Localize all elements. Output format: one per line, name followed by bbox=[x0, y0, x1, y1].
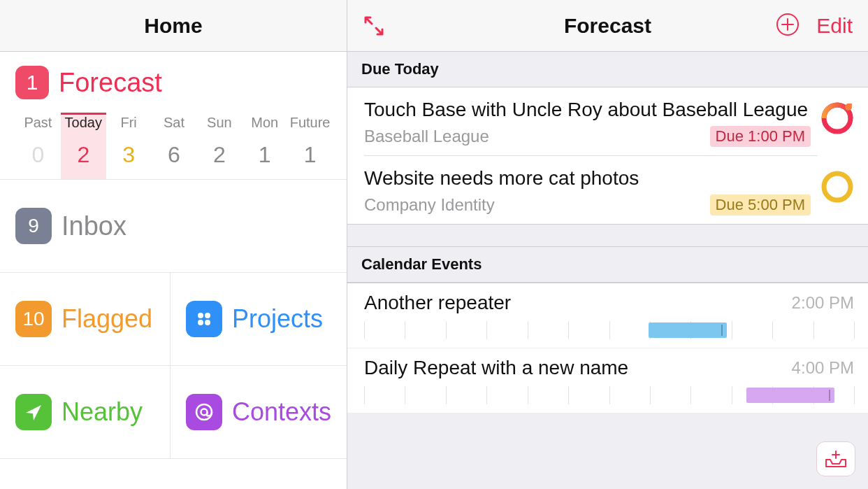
svg-rect-9 bbox=[847, 104, 852, 106]
event-time: 2:00 PM bbox=[792, 293, 854, 313]
day-label: Sun bbox=[196, 115, 242, 131]
sidebar-tile-grid: 10FlaggedProjectsNearbyContexts bbox=[0, 273, 347, 459]
svg-point-10 bbox=[824, 173, 851, 200]
sidebar-item-flagged[interactable]: 10Flagged bbox=[0, 273, 170, 366]
day-label: Future bbox=[287, 115, 333, 131]
expand-icon bbox=[363, 15, 385, 37]
event-timeline bbox=[364, 386, 854, 404]
sidebar-item-projects[interactable]: Projects bbox=[170, 273, 347, 366]
sidebar-pane: Home 1 Forecast Past0Today2Fri3Sat6Sun2M… bbox=[0, 0, 347, 489]
forecast-day-future[interactable]: Future1 bbox=[287, 115, 333, 179]
inbox-label: Inbox bbox=[62, 211, 126, 241]
day-label: Mon bbox=[242, 115, 287, 131]
projects-icon bbox=[194, 309, 215, 329]
contexts-icon bbox=[194, 402, 215, 423]
sidebar-item-inbox[interactable]: 9 Inbox bbox=[0, 180, 347, 273]
svg-point-2 bbox=[198, 320, 203, 325]
task-due-badge: Due 5:00 PM bbox=[710, 194, 811, 215]
day-count: 6 bbox=[152, 142, 197, 168]
sidebar-item-forecast[interactable]: 1 Forecast bbox=[15, 66, 333, 99]
task-row[interactable]: Website needs more cat photosCompany Ide… bbox=[347, 156, 868, 224]
forecast-label: Forecast bbox=[59, 68, 162, 98]
event-block[interactable] bbox=[746, 388, 834, 403]
event-timeline bbox=[364, 321, 854, 339]
plus-circle-icon bbox=[776, 13, 800, 36]
task-project: Baseball League bbox=[364, 127, 710, 146]
forecast-badge: 1 bbox=[15, 66, 49, 99]
nearby-badge bbox=[15, 394, 52, 430]
task-project: Company Identity bbox=[364, 195, 710, 215]
section-gap bbox=[347, 224, 868, 246]
day-label: Sat bbox=[152, 115, 197, 131]
day-count: 3 bbox=[106, 142, 152, 168]
main-navbar: Forecast Edit bbox=[347, 0, 868, 52]
projects-label: Projects bbox=[232, 304, 323, 334]
day-count: 1 bbox=[242, 142, 287, 168]
forecast-day-sat[interactable]: Sat6 bbox=[152, 115, 197, 179]
event-block[interactable] bbox=[649, 323, 727, 338]
day-count: 2 bbox=[61, 142, 106, 168]
contexts-label: Contexts bbox=[232, 397, 331, 427]
calendar-event-row[interactable]: Another repeater2:00 PM bbox=[347, 283, 868, 348]
task-checkbox-icon[interactable] bbox=[820, 101, 854, 135]
forecast-day-mon[interactable]: Mon1 bbox=[242, 115, 287, 179]
task-title: Touch Base with Uncle Roy about Baseball… bbox=[364, 97, 811, 122]
sidebar-title: Home bbox=[0, 14, 347, 38]
day-count: 1 bbox=[287, 142, 333, 168]
forecast-day-fri[interactable]: Fri3 bbox=[106, 115, 152, 179]
day-label: Fri bbox=[106, 115, 152, 131]
projects-badge bbox=[186, 301, 222, 337]
main-pane: Forecast Edit Due Today Touch Base with … bbox=[347, 0, 868, 489]
calendar-event-row[interactable]: Daily Repeat with a new name4:00 PM bbox=[347, 348, 868, 413]
forecast-day-past[interactable]: Past0 bbox=[15, 115, 61, 179]
contexts-badge bbox=[186, 394, 222, 430]
flagged-badge: 10 bbox=[15, 301, 52, 337]
svg-point-1 bbox=[205, 313, 210, 318]
day-count: 2 bbox=[196, 142, 242, 168]
sidebar-navbar: Home bbox=[0, 0, 347, 52]
day-label: Past bbox=[15, 115, 61, 131]
event-title: Daily Repeat with a new name bbox=[364, 357, 792, 379]
task-row[interactable]: Touch Base with Uncle Roy about Baseball… bbox=[347, 87, 868, 155]
task-due-badge: Due 1:00 PM bbox=[710, 126, 811, 147]
nearby-label: Nearby bbox=[62, 397, 143, 427]
quick-add-inbox-button[interactable] bbox=[816, 441, 855, 476]
inbox-plus-icon bbox=[825, 450, 847, 468]
svg-point-4 bbox=[196, 404, 212, 420]
expand-button[interactable] bbox=[363, 15, 385, 37]
day-count: 0 bbox=[15, 142, 61, 168]
day-label: Today bbox=[61, 115, 106, 131]
task-checkbox-icon[interactable] bbox=[820, 170, 854, 204]
forecast-day-sun[interactable]: Sun2 bbox=[196, 115, 242, 179]
sidebar-item-nearby[interactable]: Nearby bbox=[0, 366, 170, 459]
inbox-badge: 9 bbox=[15, 208, 52, 244]
task-title: Website needs more cat photos bbox=[364, 166, 811, 190]
sidebar-item-contexts[interactable]: Contexts bbox=[170, 366, 347, 459]
event-time: 4:00 PM bbox=[792, 358, 854, 378]
svg-point-3 bbox=[205, 320, 210, 325]
forecast-card: 1 Forecast Past0Today2Fri3Sat6Sun2Mon1Fu… bbox=[0, 52, 347, 180]
edit-button[interactable]: Edit bbox=[816, 14, 853, 38]
forecast-days-row: Past0Today2Fri3Sat6Sun2Mon1Future1 bbox=[15, 115, 333, 179]
add-button[interactable] bbox=[776, 13, 800, 39]
event-list: Another repeater2:00 PMDaily Repeat with… bbox=[347, 283, 868, 413]
section-header-calendar-events: Calendar Events bbox=[347, 246, 868, 283]
svg-point-0 bbox=[198, 313, 203, 318]
event-title: Another repeater bbox=[364, 292, 792, 314]
flagged-label: Flagged bbox=[62, 304, 152, 334]
section-header-due-today: Due Today bbox=[347, 52, 868, 87]
nearby-icon bbox=[23, 402, 44, 423]
forecast-day-today[interactable]: Today2 bbox=[61, 115, 106, 179]
task-list: Touch Base with Uncle Roy about Baseball… bbox=[347, 87, 868, 224]
